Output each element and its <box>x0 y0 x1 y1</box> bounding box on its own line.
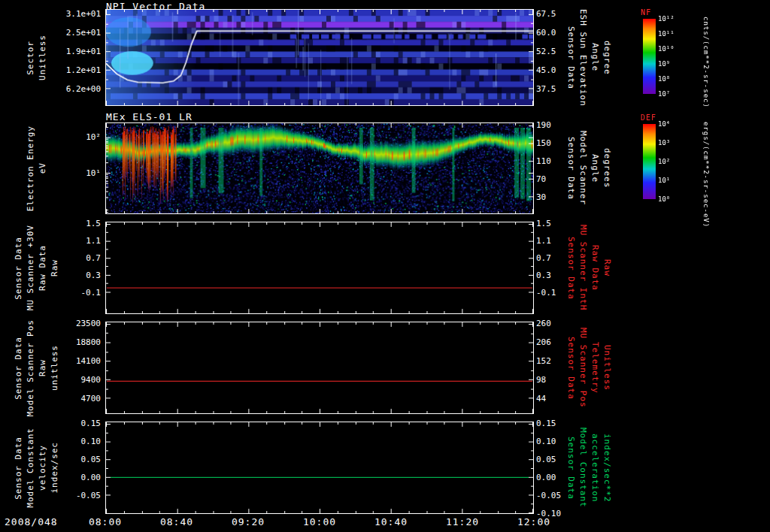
tick-label: 1.1 <box>536 236 551 246</box>
scanner-pos-panel <box>105 322 534 414</box>
tick-label: 10³ <box>658 139 670 147</box>
scanner-pos-canvas <box>106 322 533 413</box>
axis-label-line: Unitless <box>602 345 612 391</box>
tick-label: 0.15 <box>81 419 102 428</box>
axis-label-line: Raw Data <box>590 245 600 291</box>
tick-label: 10⁹ <box>658 60 670 68</box>
x-tick-label: 09:20 <box>224 516 272 527</box>
panel4-right-axis-label: Sensor Data MU Scanner Pos Telemetry Uni… <box>564 322 614 414</box>
axis-label-line: Model Scanner Pos <box>26 319 35 417</box>
panel5-right-axis-label: Sensor Data Model Constant acceleration … <box>564 422 614 514</box>
tick-label: 1.9e+01 <box>66 47 101 56</box>
tick-label: 44 <box>536 394 546 404</box>
panel3-right-axis-label: Sensor Data MU Scanner IntH Raw Data Raw <box>564 222 614 314</box>
x-tick-label: 11:20 <box>438 516 487 527</box>
tick-label: 0.15 <box>536 419 556 428</box>
x-date-label: 2008/048 <box>5 516 58 527</box>
axis-label-line: Sensor Data <box>14 237 23 300</box>
axis-label-line: MU Scanner IntH <box>578 225 588 310</box>
tick-label: 67.5 <box>536 9 556 19</box>
mu-scanner-30v-panel <box>105 222 534 314</box>
tick-label: -0.05 <box>76 491 101 500</box>
npi-spectrogram-canvas <box>106 10 533 105</box>
axis-label-line: acceleration <box>590 434 600 502</box>
tick-label: 0.00 <box>81 473 102 482</box>
tick-label: 0.10 <box>536 437 556 446</box>
tick-label: 260 <box>536 319 551 328</box>
tick-label: 10⁰ <box>658 195 670 203</box>
tick-label: 110 <box>536 156 551 166</box>
tick-label: 23500 <box>76 319 101 328</box>
def-colorbar <box>643 124 656 199</box>
axis-label-line: index/sec**2 <box>602 434 612 502</box>
science-plot-screen: NPI Vector Data MEx ELS-01 LR Sector Uni… <box>0 0 770 532</box>
tick-label: 45.0 <box>536 65 556 75</box>
axis-label-line: Angle <box>590 154 600 183</box>
tick-label: -0.1 <box>81 288 102 298</box>
tick-label: 206 <box>536 337 551 347</box>
panel3-left-ticks: 1.51.10.70.3-0.1 <box>41 222 102 314</box>
axis-label-line: Model Scanner <box>578 131 588 205</box>
tick-label: 152 <box>536 356 551 366</box>
tick-label: 1.5 <box>86 219 101 228</box>
tick-label: 14100 <box>76 356 101 366</box>
tick-label: 2.5e+01 <box>66 28 101 38</box>
axis-label-line: Electron Energy <box>26 125 35 211</box>
panel5-left-ticks: 0.150.100.050.00-0.05 <box>41 422 102 514</box>
def-colorbar-title: DEF <box>641 113 656 122</box>
tick-label: 0.3 <box>536 271 551 280</box>
tick-label: 10¹ <box>658 177 670 184</box>
tick-label: 52.5 <box>536 47 556 56</box>
panel1-right-ticks: 67.560.052.545.037.5 <box>536 9 571 106</box>
tick-label: 10⁸ <box>658 75 670 83</box>
nf-colorbar-unit: cnts/(cm**2-sr-sec) <box>702 17 710 108</box>
axis-label-line: MU Scanner Pos <box>578 328 588 408</box>
tick-label: -0.05 <box>536 491 561 500</box>
npi-spectrogram-panel <box>105 9 534 106</box>
nf-colorbar-title: NF <box>641 8 651 17</box>
model-constant-velocity-panel <box>105 422 534 514</box>
axis-label-line: Angle <box>590 43 600 71</box>
tick-label: 1.5 <box>536 219 551 228</box>
tick-label: 1.2e+01 <box>66 65 101 75</box>
tick-label: 0.00 <box>536 473 556 482</box>
axis-label-line: Model Constant <box>578 428 588 508</box>
tick-label: 4700 <box>81 394 102 404</box>
tick-label: 150 <box>536 138 551 148</box>
tick-label: 0.7 <box>86 253 101 263</box>
panel3-right-ticks: 1.51.10.70.3-0.1 <box>536 222 571 314</box>
tick-label: 6.2e+00 <box>66 84 101 94</box>
tick-label: 98 <box>536 375 546 385</box>
tick-label: 10² <box>86 132 101 142</box>
panel5-right-ticks: 0.150.100.050.00-0.05-0.10 <box>536 422 571 514</box>
tick-label: 10¹² <box>658 15 675 23</box>
x-tick-label: 10:40 <box>367 516 415 527</box>
panel2-right-ticks: 1901501107030 <box>536 122 571 214</box>
els-spectrogram-panel <box>105 122 534 214</box>
tick-label: -0.1 <box>536 288 556 298</box>
tick-label: 190 <box>536 120 551 130</box>
axis-label-line: Sector <box>26 41 35 75</box>
model-constant-velocity-canvas <box>106 422 533 513</box>
panel4-left-ticks: 23500188001410094004700 <box>41 322 102 414</box>
x-tick-label: 10:00 <box>296 516 344 527</box>
panel2-left-ticks: 10²10¹ <box>41 122 102 214</box>
nf-colorbar-ticks: 10¹²10¹¹10¹⁰10⁹10⁸10⁷ <box>658 19 696 94</box>
tick-label: 37.5 <box>536 84 556 94</box>
axis-label-line: degree <box>602 41 612 75</box>
tick-label: 0.3 <box>86 271 101 280</box>
axis-label-line: degrees <box>602 148 612 188</box>
nf-colorbar <box>643 19 656 94</box>
tick-label: 10² <box>658 158 670 165</box>
tick-label: 0.05 <box>81 455 102 464</box>
x-tick-label: 08:00 <box>81 516 129 527</box>
tick-label: 10¹¹ <box>658 30 675 38</box>
tick-label: 10¹ <box>86 168 101 178</box>
panel4-right-ticks: 2602061529844 <box>536 322 571 414</box>
tick-label: 9400 <box>81 375 102 385</box>
def-colorbar-unit: ergs/(cm**2-sr-sec-eV) <box>702 122 710 228</box>
axis-label-line: Sensor Data <box>14 437 23 500</box>
mu-scanner-30v-canvas <box>106 222 533 313</box>
def-colorbar-canvas <box>643 124 656 199</box>
axis-label-line: ESH Sun Elevation <box>578 9 588 107</box>
